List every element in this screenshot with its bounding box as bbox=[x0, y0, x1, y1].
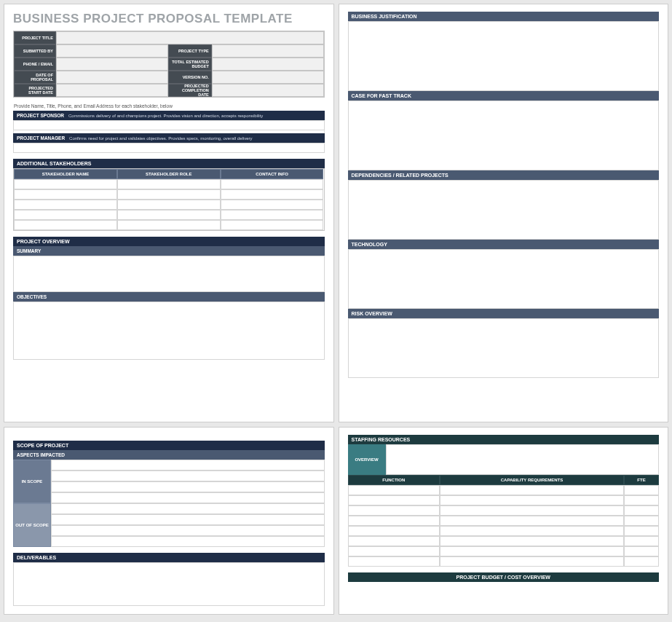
col-function: FUNCTION bbox=[348, 475, 440, 485]
value-total-budget[interactable] bbox=[212, 58, 324, 71]
objectives-body[interactable] bbox=[13, 302, 325, 360]
case-fast-track-body[interactable] bbox=[348, 101, 660, 170]
table-cell[interactable] bbox=[440, 516, 624, 526]
sponsor-value[interactable] bbox=[13, 120, 325, 130]
table-cell[interactable] bbox=[348, 526, 440, 536]
label-date-proposal: DATE OF PROPOSAL bbox=[14, 71, 56, 84]
table-cell[interactable] bbox=[221, 189, 324, 200]
business-justification-body[interactable] bbox=[348, 21, 660, 91]
table-cell[interactable] bbox=[117, 189, 221, 200]
page-4: STAFFING RESOURCES OVERVIEW FUNCTION CAP… bbox=[339, 427, 669, 615]
manager-desc: Confirms need for project and validates … bbox=[69, 136, 252, 141]
project-info-grid: PROJECT TITLE SUBMITTED BY PROJECT TYPE … bbox=[13, 31, 325, 98]
table-cell[interactable] bbox=[624, 556, 659, 567]
aspects-impacted-head: ASPECTS IMPACTED bbox=[13, 450, 325, 460]
table-cell[interactable] bbox=[348, 495, 440, 505]
table-cell[interactable] bbox=[348, 546, 440, 556]
project-manager-bar: PROJECT MANAGER Confirms need for projec… bbox=[13, 133, 325, 143]
label-completion-date: PROJECTED COMPLETION DATE bbox=[168, 84, 212, 97]
case-fast-track-head: CASE FOR FAST TRACK bbox=[348, 91, 660, 101]
table-cell[interactable] bbox=[440, 536, 624, 546]
staffing-table: FUNCTION CAPABILITY REQUIREMENTS FTE bbox=[348, 475, 660, 567]
label-phone-email: PHONE / EMAIL bbox=[14, 58, 56, 71]
table-cell[interactable] bbox=[624, 485, 659, 495]
label-total-budget: TOTAL ESTIMATED BUDGET bbox=[168, 58, 212, 71]
label-version-no: VERSION NO. bbox=[168, 71, 212, 84]
page-3: SCOPE OF PROJECT ASPECTS IMPACTED IN SCO… bbox=[4, 427, 334, 615]
table-cell[interactable] bbox=[348, 505, 440, 516]
table-cell[interactable] bbox=[440, 526, 624, 536]
scope-line[interactable] bbox=[51, 471, 325, 481]
table-cell[interactable] bbox=[117, 220, 221, 230]
out-of-scope-row: OUT OF SCOPE bbox=[13, 503, 325, 547]
value-phone-email[interactable] bbox=[56, 58, 168, 71]
table-cell[interactable] bbox=[14, 189, 117, 200]
manager-value[interactable] bbox=[13, 143, 325, 153]
table-cell[interactable] bbox=[14, 220, 117, 230]
overview-row: OVERVIEW bbox=[348, 444, 660, 475]
table-cell[interactable] bbox=[221, 179, 324, 189]
table-cell[interactable] bbox=[348, 516, 440, 526]
scope-line[interactable] bbox=[51, 460, 325, 471]
table-cell[interactable] bbox=[440, 546, 624, 556]
stakeholders-table: STAKEHOLDER NAME STAKEHOLDER ROLE CONTAC… bbox=[13, 168, 325, 231]
table-cell[interactable] bbox=[117, 179, 221, 189]
table-cell[interactable] bbox=[624, 526, 659, 536]
additional-stakeholders-head: ADDITIONAL STAKEHOLDERS bbox=[13, 159, 325, 168]
table-cell[interactable] bbox=[14, 210, 117, 220]
risk-overview-head: RISK OVERVIEW bbox=[348, 309, 660, 318]
table-cell[interactable] bbox=[440, 495, 624, 505]
deliverables-body[interactable] bbox=[13, 562, 325, 606]
deliverables-head: DELIVERABLES bbox=[13, 553, 325, 562]
table-cell[interactable] bbox=[221, 220, 324, 230]
summary-body[interactable] bbox=[13, 256, 325, 292]
scope-line[interactable] bbox=[51, 503, 325, 514]
table-cell[interactable] bbox=[348, 536, 440, 546]
table-cell[interactable] bbox=[348, 556, 440, 567]
sponsor-desc: Commissions delivery of and champions pr… bbox=[68, 114, 263, 118]
technology-body[interactable] bbox=[348, 249, 660, 309]
scope-line[interactable] bbox=[51, 481, 325, 492]
table-cell[interactable] bbox=[624, 546, 659, 556]
project-sponsor-bar: PROJECT SPONSOR Commissions delivery of … bbox=[13, 111, 325, 120]
scope-line[interactable] bbox=[51, 492, 325, 503]
col-fte: FTE bbox=[624, 475, 659, 485]
table-cell[interactable] bbox=[440, 556, 624, 567]
table-cell[interactable] bbox=[14, 179, 117, 189]
value-start-date[interactable] bbox=[56, 84, 168, 97]
technology-head: TECHNOLOGY bbox=[348, 240, 660, 249]
value-completion-date[interactable] bbox=[212, 84, 324, 97]
table-cell[interactable] bbox=[624, 505, 659, 516]
label-submitted-by: SUBMITTED BY bbox=[14, 44, 56, 58]
risk-overview-body[interactable] bbox=[348, 318, 660, 378]
table-cell[interactable] bbox=[117, 210, 221, 220]
table-cell[interactable] bbox=[440, 505, 624, 516]
value-date-proposal[interactable] bbox=[56, 71, 168, 84]
value-version-no[interactable] bbox=[212, 71, 324, 84]
col-stakeholder-name: STAKEHOLDER NAME bbox=[14, 169, 117, 179]
scope-line[interactable] bbox=[51, 536, 325, 547]
table-cell[interactable] bbox=[624, 495, 659, 505]
table-cell[interactable] bbox=[14, 200, 117, 210]
col-contact-info: CONTACT INFO bbox=[221, 169, 324, 179]
value-project-type[interactable] bbox=[212, 44, 324, 58]
table-cell[interactable] bbox=[440, 485, 624, 495]
table-cell[interactable] bbox=[624, 536, 659, 546]
project-budget-head: PROJECT BUDGET / COST OVERVIEW bbox=[348, 572, 660, 582]
dependencies-body[interactable] bbox=[348, 180, 660, 240]
manager-label: PROJECT MANAGER bbox=[17, 135, 65, 141]
table-cell[interactable] bbox=[221, 210, 324, 220]
scope-head: SCOPE OF PROJECT bbox=[13, 441, 325, 450]
scope-line[interactable] bbox=[51, 525, 325, 536]
table-cell[interactable] bbox=[624, 516, 659, 526]
objectives-head: OBJECTIVES bbox=[13, 292, 325, 302]
sponsor-label: PROJECT SPONSOR bbox=[17, 113, 64, 118]
table-cell[interactable] bbox=[348, 485, 440, 495]
value-submitted-by[interactable] bbox=[56, 44, 168, 58]
table-cell[interactable] bbox=[117, 200, 221, 210]
in-scope-row: IN SCOPE bbox=[13, 460, 325, 503]
table-cell[interactable] bbox=[221, 200, 324, 210]
scope-line[interactable] bbox=[51, 514, 325, 525]
value-project-title[interactable] bbox=[56, 31, 324, 44]
overview-body[interactable] bbox=[386, 444, 660, 475]
